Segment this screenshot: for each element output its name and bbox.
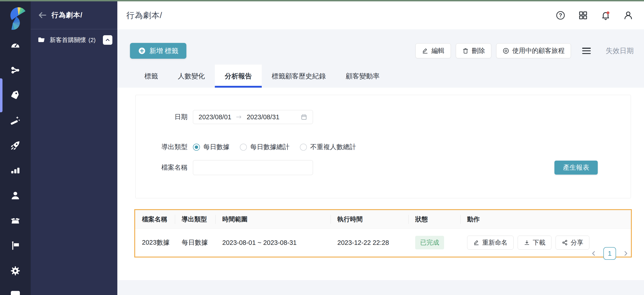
pagination: 1 bbox=[590, 247, 630, 260]
col-export-type: 導出類型 bbox=[175, 210, 216, 229]
radio-circle bbox=[240, 144, 247, 151]
tab-tag-customer-history[interactable]: 標籤顧客歷史紀錄 bbox=[262, 65, 336, 88]
notifications-bell-icon[interactable] bbox=[601, 11, 610, 20]
share-nodes-icon[interactable] bbox=[10, 65, 21, 76]
collapse-button[interactable] bbox=[103, 35, 112, 45]
col-actions: 動作 bbox=[460, 210, 631, 229]
next-page-icon[interactable] bbox=[622, 250, 630, 257]
user-icon[interactable] bbox=[10, 190, 21, 201]
tab-analysis-report[interactable]: 分析報告 bbox=[215, 65, 262, 88]
rename-button[interactable]: 重新命名 bbox=[467, 236, 514, 250]
calendar-icon[interactable] bbox=[300, 114, 307, 120]
col-executed-at: 執行時間 bbox=[330, 210, 408, 229]
icon-rail bbox=[0, 1, 31, 295]
cell-file-name: 2023數據 bbox=[135, 238, 175, 247]
table-header: 檔案名稱 導出類型 時間範圍 執行時間 狀態 動作 bbox=[135, 210, 631, 229]
filename-input[interactable] bbox=[193, 160, 313, 175]
page-header: 行為劇本/ ? bbox=[117, 1, 644, 29]
col-time-range: 時間範圍 bbox=[216, 210, 330, 229]
tab-people-change[interactable]: 人數變化 bbox=[168, 65, 215, 88]
bar-chart-icon[interactable] bbox=[10, 165, 21, 176]
download-button[interactable]: 下載 bbox=[518, 236, 552, 250]
logo-fan-bottom bbox=[6, 16, 20, 30]
share-button[interactable]: 分享 bbox=[556, 236, 590, 250]
radio-daily-data-total[interactable]: 每日數據總計 bbox=[240, 143, 290, 152]
folder-count: (2) bbox=[88, 37, 96, 44]
radio-circle bbox=[193, 144, 200, 151]
cell-export-type: 每日數據 bbox=[175, 238, 216, 247]
download-icon bbox=[524, 239, 530, 246]
main-area: 行為劇本/ ? 新增 標籤 編輯 bbox=[117, 1, 644, 295]
expiry-date-label[interactable]: 失效日期 bbox=[606, 46, 634, 56]
dashboard-gauge-icon[interactable] bbox=[10, 40, 21, 51]
menu-burger-icon[interactable] bbox=[582, 47, 592, 55]
export-type-radios: 每日數據 每日數據總計 不重複人數總計 bbox=[193, 143, 356, 152]
notification-dot bbox=[606, 11, 609, 14]
page-number-current[interactable]: 1 bbox=[604, 247, 616, 260]
nav-sidebar: 行為劇本/ 新客首購關懷 (2) bbox=[31, 1, 117, 295]
sidebar-item-folder[interactable]: 新客首購關懷 (2) bbox=[31, 29, 117, 45]
app-logo[interactable] bbox=[4, 6, 27, 29]
date-start-value[interactable]: 2023/08/01 bbox=[198, 113, 231, 121]
rocket-icon[interactable] bbox=[10, 140, 21, 151]
prev-page-icon[interactable] bbox=[590, 250, 598, 257]
nav-sidebar-title: 行為劇本/ bbox=[52, 11, 82, 20]
folder-open-icon bbox=[38, 36, 46, 44]
page-title: 行為劇本/ bbox=[126, 10, 162, 21]
generate-report-button[interactable]: 產生報表 bbox=[554, 161, 598, 175]
rail-bottom-icon[interactable] bbox=[11, 291, 20, 295]
chevron-up-icon bbox=[105, 37, 110, 43]
rail-active-indicator bbox=[0, 78, 2, 112]
date-range-picker[interactable]: 2023/08/01 2023/08/31 bbox=[193, 110, 313, 124]
add-tag-button[interactable]: 新增 標籤 bbox=[130, 43, 186, 59]
tag-icon[interactable] bbox=[10, 90, 21, 101]
plus-circle-icon bbox=[138, 47, 146, 55]
edit-button[interactable]: 編輯 bbox=[416, 43, 451, 58]
tab-customer-change-rate[interactable]: 顧客變動率 bbox=[336, 65, 390, 88]
filename-label: 檔案名稱 bbox=[136, 163, 188, 172]
settings-gear-icon[interactable] bbox=[10, 265, 21, 276]
delete-button[interactable]: 刪除 bbox=[456, 43, 491, 58]
trash-icon bbox=[462, 48, 469, 54]
toolbar-right: 編輯 刪除 使用中的顧客旅程 失效日期 bbox=[416, 43, 634, 58]
pencil-icon bbox=[422, 48, 428, 54]
back-arrow-icon[interactable] bbox=[38, 10, 48, 20]
user-avatar-icon[interactable] bbox=[623, 11, 633, 20]
radio-unique-people-total[interactable]: 不重複人數總計 bbox=[300, 143, 356, 152]
cell-executed-at: 2023-12-22 22:28 bbox=[330, 239, 408, 246]
table-row: 2023數據 每日數據 2023-08-01 ~ 2023-08-31 2023… bbox=[135, 229, 631, 257]
nav-sidebar-header: 行為劇本/ bbox=[31, 1, 117, 29]
tab-tags[interactable]: 標籤 bbox=[134, 65, 168, 88]
report-table: 檔案名稱 導出類型 時間範圍 執行時間 狀態 動作 2023數據 每日數據 20… bbox=[134, 209, 632, 257]
tab-bar: 標籤 人數變化 分析報告 標籤顧客歷史紀錄 顧客變動率 bbox=[117, 65, 644, 88]
pencil-icon bbox=[473, 239, 480, 246]
folder-label: 新客首購關懷 bbox=[50, 36, 86, 44]
flag-icon[interactable] bbox=[10, 240, 21, 251]
range-arrow-icon bbox=[236, 115, 242, 119]
export-type-label: 導出類型 bbox=[136, 143, 188, 152]
date-end-value[interactable]: 2023/08/31 bbox=[247, 113, 279, 121]
toolbar: 新增 標籤 編輯 刪除 使用中的顧客旅程 失效日期 bbox=[117, 43, 644, 59]
report-filter-panel: 日期 2023/08/01 2023/08/31 導出類型 每日數據 bbox=[136, 95, 631, 198]
apps-grid-icon[interactable] bbox=[578, 11, 588, 20]
col-file-name: 檔案名稱 bbox=[135, 210, 175, 229]
content-card: 日期 2023/08/01 2023/08/31 導出類型 每日數據 bbox=[117, 88, 644, 280]
header-icons: ? bbox=[556, 11, 633, 20]
radio-daily-data[interactable]: 每日數據 bbox=[193, 143, 230, 152]
active-journeys-button[interactable]: 使用中的顧客旅程 bbox=[496, 43, 571, 58]
package-box-icon[interactable] bbox=[10, 215, 21, 226]
help-icon[interactable]: ? bbox=[556, 11, 566, 20]
share-icon bbox=[562, 239, 568, 246]
top-strip bbox=[0, 0, 644, 1]
date-label: 日期 bbox=[136, 113, 188, 122]
col-status: 狀態 bbox=[408, 210, 460, 229]
cell-time-range: 2023-08-01 ~ 2023-08-31 bbox=[216, 239, 330, 246]
svg-text:?: ? bbox=[559, 12, 562, 18]
magic-wand-icon[interactable] bbox=[10, 115, 21, 126]
status-badge: 已完成 bbox=[415, 236, 444, 249]
target-circle-icon bbox=[502, 48, 509, 54]
cell-status: 已完成 bbox=[408, 236, 460, 249]
radio-circle bbox=[300, 144, 307, 151]
